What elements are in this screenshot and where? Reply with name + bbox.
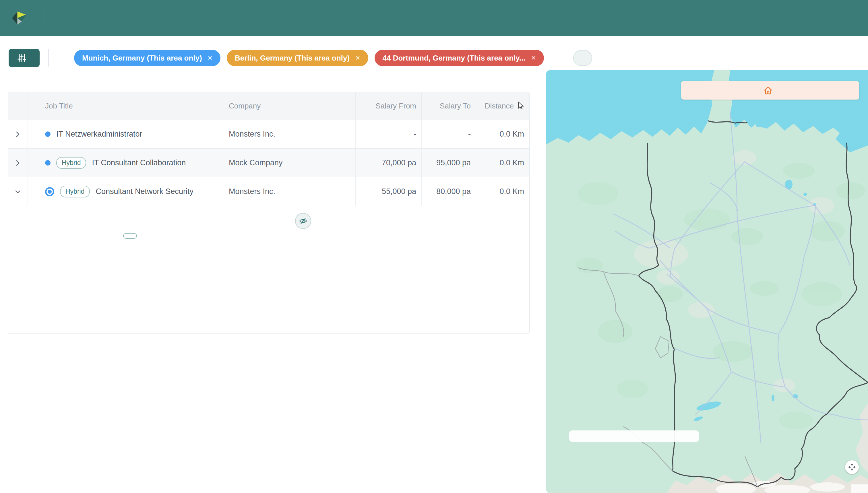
salary-from-cell: 70,000 pa	[355, 149, 421, 177]
remote-jobs-banner	[681, 81, 859, 100]
distance-cell: 0.0 Km	[476, 177, 529, 206]
fullscreen-icon	[848, 464, 856, 471]
expand-toggle[interactable]	[14, 188, 22, 196]
brand-divider	[44, 10, 44, 26]
column-header-expand	[8, 92, 27, 120]
chevron-right-icon[interactable]	[14, 130, 22, 138]
map-panel[interactable]	[546, 70, 868, 493]
hide-locations-button[interactable]	[295, 213, 311, 229]
blue-status-dot-icon	[45, 160, 50, 166]
expand-toggle[interactable]	[14, 159, 22, 167]
blue-status-dot-icon	[45, 131, 50, 137]
expand-toggle[interactable]	[14, 130, 22, 138]
remove-chip-icon[interactable]: ×	[208, 53, 212, 63]
filter-chips: Munich, Germany (This area only)×Berlin,…	[74, 50, 544, 66]
filter-chip-0[interactable]: Munich, Germany (This area only)×	[74, 50, 220, 66]
map-attribution	[851, 485, 868, 493]
job-title-text: IT Netzwerkadministrator	[56, 129, 142, 139]
column-header-job-title[interactable]: Job Title	[27, 92, 220, 120]
expand-cell[interactable]	[8, 177, 27, 206]
job-title-cell: IT Netzwerkadministrator	[27, 120, 220, 148]
remove-chip-icon[interactable]: ×	[355, 53, 360, 63]
salary-from-cell: 55,000 pa	[355, 177, 421, 206]
tag-network[interactable]	[123, 233, 137, 239]
table-header-row: Job TitleCompanySalary FromSalary ToDist…	[8, 92, 529, 120]
selected-radio-icon[interactable]	[45, 187, 54, 196]
detail-comments-block	[123, 215, 137, 240]
hybrid-badge: Hybrid	[56, 157, 86, 169]
germany-map[interactable]	[546, 70, 868, 493]
column-header-distance[interactable]: Distance	[476, 92, 529, 120]
table-body: IT NetzwerkadministratorMonsters Inc.--0…	[8, 120, 529, 334]
company-cell: Monsters Inc.	[220, 120, 355, 148]
company-cell: Monsters Inc.	[220, 177, 355, 206]
job-title-text: IT Consultant Collaboration	[92, 158, 186, 168]
detail-locations-block	[288, 213, 529, 235]
filter-chip-label: Munich, Germany (This area only)	[82, 53, 202, 63]
divider	[48, 49, 49, 67]
chevron-right-icon[interactable]	[14, 159, 22, 167]
job-title-cell: HybridIT Consultant Collaboration	[27, 149, 220, 177]
table-row[interactable]: IT NetzwerkadministratorMonsters Inc.--0…	[8, 120, 529, 149]
table-row[interactable]: HybridConsultant Network SecurityMonster…	[8, 177, 529, 206]
remove-chip-icon[interactable]: ×	[531, 53, 536, 63]
map-legend	[569, 430, 699, 442]
sliders-icon	[17, 53, 26, 63]
expand-cell[interactable]	[8, 120, 27, 148]
job-title-text: Consultant Network Security	[96, 187, 193, 197]
filter-chip-label: 44 Dortmund, Germany (This area only...	[383, 53, 526, 63]
chevron-down-icon[interactable]	[14, 188, 22, 196]
company-cell: Mock Company	[220, 149, 355, 177]
expand-cell[interactable]	[8, 149, 27, 177]
app-header	[0, 0, 868, 36]
distance-cell: 0.0 Km	[476, 120, 529, 148]
filters-button[interactable]	[8, 49, 40, 67]
mouse-cursor-icon	[517, 102, 524, 110]
hybrid-badge: Hybrid	[60, 186, 90, 197]
salary-to-cell: 80,000 pa	[421, 177, 476, 206]
column-header-company[interactable]: Company	[220, 92, 355, 120]
vacancy-type-chip[interactable]	[573, 50, 592, 66]
divider	[558, 49, 558, 67]
filter-chip-2[interactable]: 44 Dortmund, Germany (This area only...×	[375, 50, 544, 66]
expanded-row-detail	[8, 206, 529, 334]
salary-to-cell: -	[421, 120, 476, 148]
column-header-salary-from[interactable]: Salary From	[355, 92, 421, 120]
distance-cell: 0.0 Km	[476, 149, 529, 177]
home-icon	[763, 86, 773, 95]
filter-chip-1[interactable]: Berlin, Germany (This area only)×	[227, 50, 368, 66]
eye-off-icon	[299, 217, 308, 225]
column-header-salary-to[interactable]: Salary To	[421, 92, 476, 120]
filter-bar: Munich, Germany (This area only)×Berlin,…	[8, 49, 855, 67]
job-title-cell: HybridConsultant Network Security	[27, 177, 220, 206]
salary-to-cell: 95,000 pa	[421, 149, 476, 177]
filter-chip-label: Berlin, Germany (This area only)	[235, 53, 350, 63]
table-row[interactable]: HybridIT Consultant CollaborationMock Co…	[8, 149, 529, 177]
franklin-fitch-logo	[12, 10, 26, 25]
jobs-table: Job TitleCompanySalary FromSalary ToDist…	[8, 92, 530, 334]
fullscreen-button[interactable]	[845, 460, 859, 474]
salary-from-cell: -	[355, 120, 421, 148]
